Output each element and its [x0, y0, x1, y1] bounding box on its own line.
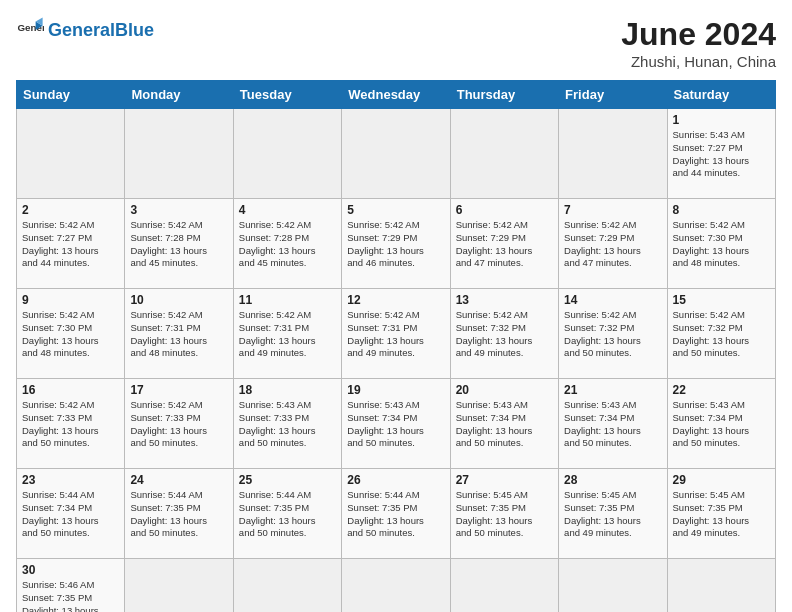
- day-cell: 6Sunrise: 5:42 AM Sunset: 7:29 PM Daylig…: [450, 199, 558, 289]
- day-info: Sunrise: 5:42 AM Sunset: 7:28 PM Dayligh…: [239, 219, 336, 270]
- day-cell: 7Sunrise: 5:42 AM Sunset: 7:29 PM Daylig…: [559, 199, 667, 289]
- day-cell: [559, 109, 667, 199]
- day-cell: 22Sunrise: 5:43 AM Sunset: 7:34 PM Dayli…: [667, 379, 775, 469]
- weekday-monday: Monday: [125, 81, 233, 109]
- day-info: Sunrise: 5:43 AM Sunset: 7:34 PM Dayligh…: [347, 399, 444, 450]
- day-cell: 29Sunrise: 5:45 AM Sunset: 7:35 PM Dayli…: [667, 469, 775, 559]
- day-number: 5: [347, 203, 444, 217]
- day-cell: 16Sunrise: 5:42 AM Sunset: 7:33 PM Dayli…: [17, 379, 125, 469]
- day-number: 13: [456, 293, 553, 307]
- day-info: Sunrise: 5:45 AM Sunset: 7:35 PM Dayligh…: [456, 489, 553, 540]
- day-number: 18: [239, 383, 336, 397]
- day-number: 24: [130, 473, 227, 487]
- day-cell: 15Sunrise: 5:42 AM Sunset: 7:32 PM Dayli…: [667, 289, 775, 379]
- week-row-3: 9Sunrise: 5:42 AM Sunset: 7:30 PM Daylig…: [17, 289, 776, 379]
- day-info: Sunrise: 5:42 AM Sunset: 7:31 PM Dayligh…: [347, 309, 444, 360]
- day-number: 12: [347, 293, 444, 307]
- day-info: Sunrise: 5:42 AM Sunset: 7:31 PM Dayligh…: [130, 309, 227, 360]
- weekday-tuesday: Tuesday: [233, 81, 341, 109]
- logo: General GeneralBlue: [16, 16, 154, 44]
- week-row-2: 2Sunrise: 5:42 AM Sunset: 7:27 PM Daylig…: [17, 199, 776, 289]
- week-row-4: 16Sunrise: 5:42 AM Sunset: 7:33 PM Dayli…: [17, 379, 776, 469]
- day-number: 30: [22, 563, 119, 577]
- day-number: 26: [347, 473, 444, 487]
- day-info: Sunrise: 5:42 AM Sunset: 7:30 PM Dayligh…: [673, 219, 770, 270]
- calendar-table: SundayMondayTuesdayWednesdayThursdayFrid…: [16, 80, 776, 612]
- day-cell: 27Sunrise: 5:45 AM Sunset: 7:35 PM Dayli…: [450, 469, 558, 559]
- day-number: 17: [130, 383, 227, 397]
- day-cell: 23Sunrise: 5:44 AM Sunset: 7:34 PM Dayli…: [17, 469, 125, 559]
- day-number: 8: [673, 203, 770, 217]
- day-cell: 5Sunrise: 5:42 AM Sunset: 7:29 PM Daylig…: [342, 199, 450, 289]
- day-info: Sunrise: 5:45 AM Sunset: 7:35 PM Dayligh…: [564, 489, 661, 540]
- day-cell: 4Sunrise: 5:42 AM Sunset: 7:28 PM Daylig…: [233, 199, 341, 289]
- day-info: Sunrise: 5:42 AM Sunset: 7:32 PM Dayligh…: [456, 309, 553, 360]
- day-number: 19: [347, 383, 444, 397]
- day-cell: 25Sunrise: 5:44 AM Sunset: 7:35 PM Dayli…: [233, 469, 341, 559]
- day-number: 25: [239, 473, 336, 487]
- day-number: 6: [456, 203, 553, 217]
- day-number: 14: [564, 293, 661, 307]
- day-info: Sunrise: 5:45 AM Sunset: 7:35 PM Dayligh…: [673, 489, 770, 540]
- day-cell: 17Sunrise: 5:42 AM Sunset: 7:33 PM Dayli…: [125, 379, 233, 469]
- day-cell: [667, 559, 775, 613]
- day-cell: 30Sunrise: 5:46 AM Sunset: 7:35 PM Dayli…: [17, 559, 125, 613]
- day-cell: 13Sunrise: 5:42 AM Sunset: 7:32 PM Dayli…: [450, 289, 558, 379]
- day-info: Sunrise: 5:42 AM Sunset: 7:33 PM Dayligh…: [130, 399, 227, 450]
- day-info: Sunrise: 5:42 AM Sunset: 7:27 PM Dayligh…: [22, 219, 119, 270]
- day-number: 29: [673, 473, 770, 487]
- day-number: 16: [22, 383, 119, 397]
- day-cell: 26Sunrise: 5:44 AM Sunset: 7:35 PM Dayli…: [342, 469, 450, 559]
- day-cell: [559, 559, 667, 613]
- day-cell: 28Sunrise: 5:45 AM Sunset: 7:35 PM Dayli…: [559, 469, 667, 559]
- logo-text: GeneralBlue: [48, 20, 154, 41]
- day-cell: 2Sunrise: 5:42 AM Sunset: 7:27 PM Daylig…: [17, 199, 125, 289]
- day-info: Sunrise: 5:46 AM Sunset: 7:35 PM Dayligh…: [22, 579, 119, 612]
- weekday-friday: Friday: [559, 81, 667, 109]
- day-info: Sunrise: 5:42 AM Sunset: 7:31 PM Dayligh…: [239, 309, 336, 360]
- day-info: Sunrise: 5:43 AM Sunset: 7:34 PM Dayligh…: [564, 399, 661, 450]
- page-header: General GeneralBlue June 2024 Zhushi, Hu…: [16, 16, 776, 70]
- day-number: 20: [456, 383, 553, 397]
- location: Zhushi, Hunan, China: [621, 53, 776, 70]
- day-number: 9: [22, 293, 119, 307]
- day-info: Sunrise: 5:42 AM Sunset: 7:29 PM Dayligh…: [456, 219, 553, 270]
- day-cell: [342, 109, 450, 199]
- month-year: June 2024: [621, 16, 776, 53]
- day-info: Sunrise: 5:43 AM Sunset: 7:34 PM Dayligh…: [673, 399, 770, 450]
- week-row-5: 23Sunrise: 5:44 AM Sunset: 7:34 PM Dayli…: [17, 469, 776, 559]
- day-info: Sunrise: 5:43 AM Sunset: 7:34 PM Dayligh…: [456, 399, 553, 450]
- week-row-1: 1Sunrise: 5:43 AM Sunset: 7:27 PM Daylig…: [17, 109, 776, 199]
- day-cell: [125, 559, 233, 613]
- day-number: 1: [673, 113, 770, 127]
- week-row-6: 30Sunrise: 5:46 AM Sunset: 7:35 PM Dayli…: [17, 559, 776, 613]
- day-number: 4: [239, 203, 336, 217]
- day-cell: 18Sunrise: 5:43 AM Sunset: 7:33 PM Dayli…: [233, 379, 341, 469]
- day-info: Sunrise: 5:44 AM Sunset: 7:35 PM Dayligh…: [130, 489, 227, 540]
- day-info: Sunrise: 5:43 AM Sunset: 7:27 PM Dayligh…: [673, 129, 770, 180]
- weekday-wednesday: Wednesday: [342, 81, 450, 109]
- day-info: Sunrise: 5:44 AM Sunset: 7:35 PM Dayligh…: [239, 489, 336, 540]
- day-number: 28: [564, 473, 661, 487]
- day-number: 7: [564, 203, 661, 217]
- day-cell: 8Sunrise: 5:42 AM Sunset: 7:30 PM Daylig…: [667, 199, 775, 289]
- day-info: Sunrise: 5:42 AM Sunset: 7:29 PM Dayligh…: [564, 219, 661, 270]
- day-cell: 20Sunrise: 5:43 AM Sunset: 7:34 PM Dayli…: [450, 379, 558, 469]
- day-cell: 24Sunrise: 5:44 AM Sunset: 7:35 PM Dayli…: [125, 469, 233, 559]
- day-cell: 3Sunrise: 5:42 AM Sunset: 7:28 PM Daylig…: [125, 199, 233, 289]
- day-cell: 14Sunrise: 5:42 AM Sunset: 7:32 PM Dayli…: [559, 289, 667, 379]
- day-info: Sunrise: 5:44 AM Sunset: 7:34 PM Dayligh…: [22, 489, 119, 540]
- day-info: Sunrise: 5:43 AM Sunset: 7:33 PM Dayligh…: [239, 399, 336, 450]
- day-number: 3: [130, 203, 227, 217]
- day-cell: [17, 109, 125, 199]
- day-cell: 12Sunrise: 5:42 AM Sunset: 7:31 PM Dayli…: [342, 289, 450, 379]
- day-info: Sunrise: 5:42 AM Sunset: 7:30 PM Dayligh…: [22, 309, 119, 360]
- day-info: Sunrise: 5:42 AM Sunset: 7:32 PM Dayligh…: [673, 309, 770, 360]
- day-info: Sunrise: 5:42 AM Sunset: 7:32 PM Dayligh…: [564, 309, 661, 360]
- day-info: Sunrise: 5:42 AM Sunset: 7:29 PM Dayligh…: [347, 219, 444, 270]
- day-number: 11: [239, 293, 336, 307]
- weekday-header-row: SundayMondayTuesdayWednesdayThursdayFrid…: [17, 81, 776, 109]
- day-cell: 21Sunrise: 5:43 AM Sunset: 7:34 PM Dayli…: [559, 379, 667, 469]
- day-info: Sunrise: 5:42 AM Sunset: 7:28 PM Dayligh…: [130, 219, 227, 270]
- logo-icon: General: [16, 16, 44, 44]
